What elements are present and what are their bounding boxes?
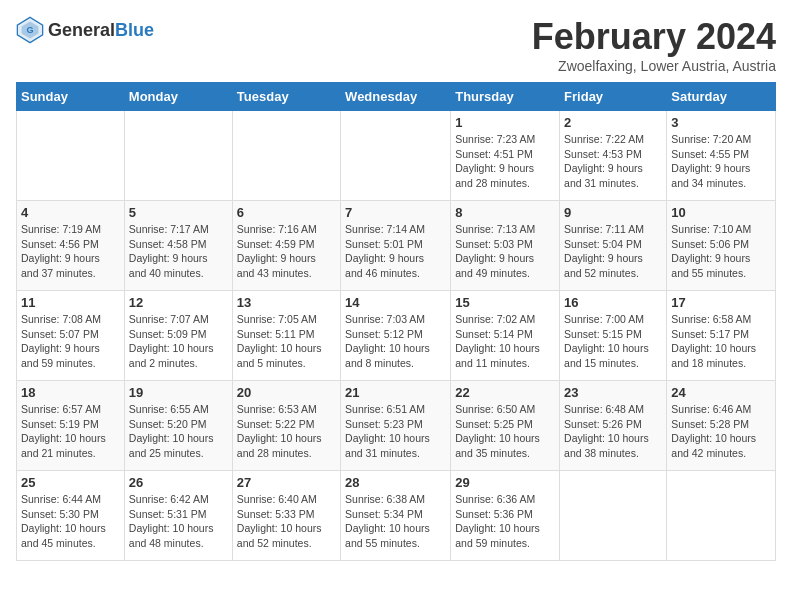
day-number: 25 bbox=[21, 475, 120, 490]
logo-icon: G bbox=[16, 16, 44, 44]
page-header: G GeneralBlue February 2024 Zwoelfaxing,… bbox=[16, 16, 776, 74]
day-number: 2 bbox=[564, 115, 662, 130]
calendar-cell: 27Sunrise: 6:40 AMSunset: 5:33 PMDayligh… bbox=[232, 471, 340, 561]
col-header-friday: Friday bbox=[560, 83, 667, 111]
logo: G GeneralBlue bbox=[16, 16, 154, 44]
calendar-cell: 22Sunrise: 6:50 AMSunset: 5:25 PMDayligh… bbox=[451, 381, 560, 471]
title-block: February 2024 Zwoelfaxing, Lower Austria… bbox=[532, 16, 776, 74]
calendar-cell: 4Sunrise: 7:19 AMSunset: 4:56 PMDaylight… bbox=[17, 201, 125, 291]
day-info: Sunrise: 7:05 AMSunset: 5:11 PMDaylight:… bbox=[237, 312, 336, 371]
calendar-cell: 25Sunrise: 6:44 AMSunset: 5:30 PMDayligh… bbox=[17, 471, 125, 561]
calendar-cell: 15Sunrise: 7:02 AMSunset: 5:14 PMDayligh… bbox=[451, 291, 560, 381]
col-header-tuesday: Tuesday bbox=[232, 83, 340, 111]
calendar-subtitle: Zwoelfaxing, Lower Austria, Austria bbox=[532, 58, 776, 74]
calendar-cell: 28Sunrise: 6:38 AMSunset: 5:34 PMDayligh… bbox=[341, 471, 451, 561]
calendar-cell: 8Sunrise: 7:13 AMSunset: 5:03 PMDaylight… bbox=[451, 201, 560, 291]
calendar-row: 18Sunrise: 6:57 AMSunset: 5:19 PMDayligh… bbox=[17, 381, 776, 471]
day-info: Sunrise: 6:36 AMSunset: 5:36 PMDaylight:… bbox=[455, 492, 555, 551]
calendar-cell: 26Sunrise: 6:42 AMSunset: 5:31 PMDayligh… bbox=[124, 471, 232, 561]
day-number: 6 bbox=[237, 205, 336, 220]
calendar-cell bbox=[124, 111, 232, 201]
day-number: 27 bbox=[237, 475, 336, 490]
day-number: 22 bbox=[455, 385, 555, 400]
calendar-cell: 5Sunrise: 7:17 AMSunset: 4:58 PMDaylight… bbox=[124, 201, 232, 291]
day-info: Sunrise: 6:57 AMSunset: 5:19 PMDaylight:… bbox=[21, 402, 120, 461]
day-number: 17 bbox=[671, 295, 771, 310]
day-info: Sunrise: 7:16 AMSunset: 4:59 PMDaylight:… bbox=[237, 222, 336, 281]
day-info: Sunrise: 6:48 AMSunset: 5:26 PMDaylight:… bbox=[564, 402, 662, 461]
logo-text: GeneralBlue bbox=[48, 20, 154, 41]
logo-general: General bbox=[48, 20, 115, 40]
day-info: Sunrise: 6:50 AMSunset: 5:25 PMDaylight:… bbox=[455, 402, 555, 461]
col-header-wednesday: Wednesday bbox=[341, 83, 451, 111]
col-header-saturday: Saturday bbox=[667, 83, 776, 111]
day-number: 18 bbox=[21, 385, 120, 400]
calendar-cell bbox=[667, 471, 776, 561]
day-info: Sunrise: 6:40 AMSunset: 5:33 PMDaylight:… bbox=[237, 492, 336, 551]
day-info: Sunrise: 6:38 AMSunset: 5:34 PMDaylight:… bbox=[345, 492, 446, 551]
day-info: Sunrise: 7:22 AMSunset: 4:53 PMDaylight:… bbox=[564, 132, 662, 191]
day-info: Sunrise: 7:23 AMSunset: 4:51 PMDaylight:… bbox=[455, 132, 555, 191]
day-number: 16 bbox=[564, 295, 662, 310]
day-number: 26 bbox=[129, 475, 228, 490]
calendar-cell: 10Sunrise: 7:10 AMSunset: 5:06 PMDayligh… bbox=[667, 201, 776, 291]
day-info: Sunrise: 6:51 AMSunset: 5:23 PMDaylight:… bbox=[345, 402, 446, 461]
day-info: Sunrise: 7:17 AMSunset: 4:58 PMDaylight:… bbox=[129, 222, 228, 281]
calendar-cell: 19Sunrise: 6:55 AMSunset: 5:20 PMDayligh… bbox=[124, 381, 232, 471]
col-header-monday: Monday bbox=[124, 83, 232, 111]
calendar-cell bbox=[341, 111, 451, 201]
calendar-row: 25Sunrise: 6:44 AMSunset: 5:30 PMDayligh… bbox=[17, 471, 776, 561]
calendar-cell: 6Sunrise: 7:16 AMSunset: 4:59 PMDaylight… bbox=[232, 201, 340, 291]
day-number: 21 bbox=[345, 385, 446, 400]
calendar-cell bbox=[560, 471, 667, 561]
day-number: 5 bbox=[129, 205, 228, 220]
day-number: 29 bbox=[455, 475, 555, 490]
calendar-cell: 21Sunrise: 6:51 AMSunset: 5:23 PMDayligh… bbox=[341, 381, 451, 471]
col-header-thursday: Thursday bbox=[451, 83, 560, 111]
col-header-sunday: Sunday bbox=[17, 83, 125, 111]
day-info: Sunrise: 7:07 AMSunset: 5:09 PMDaylight:… bbox=[129, 312, 228, 371]
day-info: Sunrise: 7:10 AMSunset: 5:06 PMDaylight:… bbox=[671, 222, 771, 281]
day-number: 9 bbox=[564, 205, 662, 220]
calendar-cell: 17Sunrise: 6:58 AMSunset: 5:17 PMDayligh… bbox=[667, 291, 776, 381]
day-info: Sunrise: 6:58 AMSunset: 5:17 PMDaylight:… bbox=[671, 312, 771, 371]
day-number: 7 bbox=[345, 205, 446, 220]
calendar-cell: 12Sunrise: 7:07 AMSunset: 5:09 PMDayligh… bbox=[124, 291, 232, 381]
calendar-row: 4Sunrise: 7:19 AMSunset: 4:56 PMDaylight… bbox=[17, 201, 776, 291]
day-number: 11 bbox=[21, 295, 120, 310]
day-number: 15 bbox=[455, 295, 555, 310]
day-info: Sunrise: 7:13 AMSunset: 5:03 PMDaylight:… bbox=[455, 222, 555, 281]
calendar-cell bbox=[232, 111, 340, 201]
day-number: 23 bbox=[564, 385, 662, 400]
day-number: 20 bbox=[237, 385, 336, 400]
calendar-cell: 16Sunrise: 7:00 AMSunset: 5:15 PMDayligh… bbox=[560, 291, 667, 381]
calendar-cell: 9Sunrise: 7:11 AMSunset: 5:04 PMDaylight… bbox=[560, 201, 667, 291]
day-info: Sunrise: 7:08 AMSunset: 5:07 PMDaylight:… bbox=[21, 312, 120, 371]
calendar-cell: 3Sunrise: 7:20 AMSunset: 4:55 PMDaylight… bbox=[667, 111, 776, 201]
day-number: 8 bbox=[455, 205, 555, 220]
calendar-cell: 20Sunrise: 6:53 AMSunset: 5:22 PMDayligh… bbox=[232, 381, 340, 471]
logo-blue: Blue bbox=[115, 20, 154, 40]
calendar-cell bbox=[17, 111, 125, 201]
calendar-cell: 29Sunrise: 6:36 AMSunset: 5:36 PMDayligh… bbox=[451, 471, 560, 561]
day-info: Sunrise: 6:55 AMSunset: 5:20 PMDaylight:… bbox=[129, 402, 228, 461]
day-number: 1 bbox=[455, 115, 555, 130]
day-number: 12 bbox=[129, 295, 228, 310]
calendar-cell: 1Sunrise: 7:23 AMSunset: 4:51 PMDaylight… bbox=[451, 111, 560, 201]
day-number: 28 bbox=[345, 475, 446, 490]
day-number: 19 bbox=[129, 385, 228, 400]
calendar-cell: 11Sunrise: 7:08 AMSunset: 5:07 PMDayligh… bbox=[17, 291, 125, 381]
day-info: Sunrise: 7:03 AMSunset: 5:12 PMDaylight:… bbox=[345, 312, 446, 371]
day-number: 4 bbox=[21, 205, 120, 220]
calendar-title: February 2024 bbox=[532, 16, 776, 58]
day-number: 14 bbox=[345, 295, 446, 310]
calendar-table: SundayMondayTuesdayWednesdayThursdayFrid… bbox=[16, 82, 776, 561]
header-row: SundayMondayTuesdayWednesdayThursdayFrid… bbox=[17, 83, 776, 111]
calendar-cell: 23Sunrise: 6:48 AMSunset: 5:26 PMDayligh… bbox=[560, 381, 667, 471]
day-number: 24 bbox=[671, 385, 771, 400]
calendar-row: 1Sunrise: 7:23 AMSunset: 4:51 PMDaylight… bbox=[17, 111, 776, 201]
day-number: 10 bbox=[671, 205, 771, 220]
day-info: Sunrise: 7:02 AMSunset: 5:14 PMDaylight:… bbox=[455, 312, 555, 371]
svg-text:G: G bbox=[26, 25, 33, 35]
day-info: Sunrise: 6:46 AMSunset: 5:28 PMDaylight:… bbox=[671, 402, 771, 461]
